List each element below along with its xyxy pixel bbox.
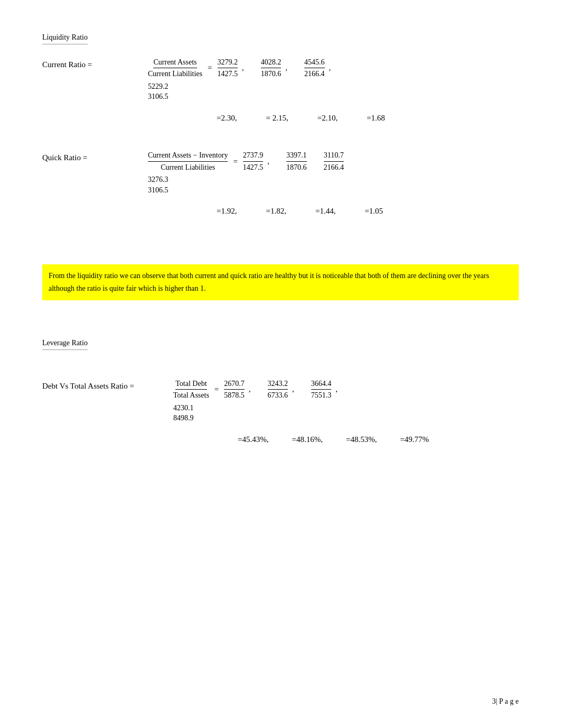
dta-instance-2: 3243.2 6733.6 — [268, 379, 288, 401]
formula-denominator: Current Liabilities — [148, 68, 202, 79]
qr-formula-num: Current Assets − Inventory — [148, 150, 228, 162]
quick-ratio-block: Quick Ratio = Current Assets − Inventory… — [42, 150, 519, 217]
dta-formula-den: Total Assets — [173, 390, 209, 401]
qr-formula-den: Current Liabilities — [161, 162, 215, 173]
dta-comma-1: , — [249, 384, 251, 395]
dta-equals: = — [214, 384, 219, 395]
liquidity-title: Liquidity Ratio — [42, 32, 88, 44]
equals-1: = — [208, 62, 212, 73]
debt-ratio-label: Debt Vs Total Assets Ratio = — [42, 379, 169, 392]
cr-result-1: =2.30, — [217, 113, 237, 124]
current-ratio-label: Current Ratio = — [42, 57, 148, 70]
qr-extra-den: 3106.5 — [148, 185, 519, 196]
cr-inst2-num: 4028.2 — [261, 57, 282, 69]
dta-inst1-num: 2670.7 — [224, 379, 245, 390]
debt-ratio-block: Debt Vs Total Assets Ratio = Total Debt … — [42, 379, 519, 445]
dta-extra-num: 4230.1 — [173, 403, 519, 413]
dta-formula-num: Total Debt — [175, 379, 207, 390]
qr-equals: = — [233, 156, 237, 167]
dta-inst2-den: 6733.6 — [268, 390, 288, 401]
dta-inst1-den: 5878.5 — [224, 390, 245, 401]
debt-ratio-formula: Total Debt Total Assets — [173, 379, 209, 401]
dta-extra-den: 8498.9 — [173, 413, 519, 423]
cr-result-2: = 2.15, — [266, 113, 288, 124]
quick-ratio-label: Quick Ratio = — [42, 150, 148, 163]
qr-inst1-den: 1427.5 — [243, 162, 264, 173]
cr-result-3: =2.10, — [317, 113, 338, 124]
cr-extra-den: 3106.5 — [148, 91, 519, 102]
cr-instance-3: 4545.6 2166.4 — [304, 57, 325, 79]
page-footer: 3| P a g e — [492, 696, 519, 707]
qr-instance-2: 3397.1 1870.6 — [286, 150, 307, 172]
current-ratio-block: Current Ratio = Current Assets Current L… — [42, 57, 519, 124]
formula-numerator: Current Assets — [153, 57, 197, 69]
current-ratio-formula: Current Assets Current Liabilities — [148, 57, 202, 79]
dta-instance-1: 2670.7 5878.5 — [224, 379, 245, 401]
page-number: 3 — [492, 697, 496, 705]
cr-extra-num: 5229.2 — [148, 81, 519, 92]
dta-inst2-num: 3243.2 — [268, 379, 288, 390]
leverage-title: Leverage Ratio — [42, 338, 88, 350]
qr-result-2: =1.82, — [266, 206, 286, 217]
qr-extra-num: 3276.3 — [148, 174, 519, 185]
cr-inst3-num: 4545.6 — [304, 57, 325, 69]
dta-result-3: =48.53%, — [346, 434, 377, 445]
qr-comma-1: , — [267, 156, 269, 167]
comma-3: , — [329, 62, 331, 73]
dta-result-2: =48.16%, — [292, 434, 322, 445]
qr-result-3: =1.44, — [315, 206, 335, 217]
qr-result-4: =1.05 — [364, 206, 383, 217]
dta-comma-3: , — [335, 384, 338, 395]
highlight-box: From the liquidity ratio we can observe … — [42, 264, 519, 300]
dta-inst3-num: 3664.4 — [311, 379, 332, 390]
dta-instance-3: 3664.4 7551.3 — [311, 379, 332, 401]
comma-2: , — [285, 62, 287, 73]
cr-inst1-den: 1427.5 — [218, 68, 238, 79]
dta-result-4: =49.77% — [400, 434, 429, 445]
cr-result-4: =1.68 — [367, 113, 385, 124]
cr-instance-1: 3279.2 1427.5 — [218, 57, 238, 79]
section-liquidity: Liquidity Ratio Current Ratio = Current … — [42, 32, 519, 217]
page-label: | P a g e — [496, 697, 519, 705]
qr-inst2-den: 1870.6 — [286, 162, 307, 173]
cr-instance-2: 4028.2 1870.6 — [261, 57, 282, 79]
qr-inst3-num: 3110.7 — [324, 150, 344, 162]
dta-result-1: =45.43%, — [238, 434, 268, 445]
qr-result-1: =1.92, — [217, 206, 237, 217]
qr-inst3-den: 2166.4 — [324, 162, 344, 173]
section-leverage: Leverage Ratio Debt Vs Total Assets Rati… — [42, 337, 519, 445]
dta-comma-2: , — [292, 384, 294, 395]
cr-inst1-num: 3279.2 — [218, 57, 238, 69]
cr-inst3-den: 2166.4 — [304, 68, 325, 79]
quick-ratio-formula: Current Assets − Inventory Current Liabi… — [148, 150, 228, 172]
qr-instance-3: 3110.7 2166.4 — [324, 150, 344, 172]
dta-inst3-den: 7551.3 — [311, 390, 332, 401]
comma-1: , — [242, 62, 244, 73]
cr-inst2-den: 1870.6 — [261, 68, 282, 79]
qr-instance-1: 2737.9 1427.5 — [243, 150, 264, 172]
qr-inst1-num: 2737.9 — [243, 150, 264, 162]
qr-inst2-num: 3397.1 — [286, 150, 307, 162]
